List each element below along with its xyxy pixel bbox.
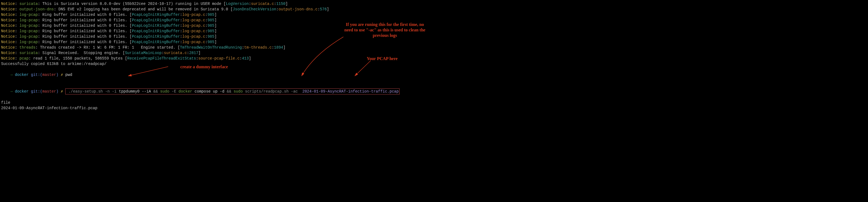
log-line: Notice: log-pcap: Ring buffer initialize… xyxy=(0,23,401,28)
log-line: Notice: log-pcap: Ring buffer initialize… xyxy=(0,18,401,23)
log-line: Notice: suricata: This is Suricata versi… xyxy=(0,1,401,6)
cmd-segment: 2024-01-09-AsyncRAT-infection-traffic.pc… xyxy=(303,89,399,94)
cmd-segment: ./easy-setup.sh -n -i xyxy=(66,89,119,94)
cmd-segment: sudo xyxy=(160,89,169,94)
prompt-git-close: ) xyxy=(56,73,58,77)
prompt-branch: master xyxy=(42,89,56,94)
log-line: Notice: threads: Threads created -> RX: … xyxy=(0,45,401,50)
terminal-output: Notice: suricata: This is Suricata versi… xyxy=(0,0,401,111)
prompt-dirty-icon: ✗ xyxy=(61,89,63,94)
highlighted-command[interactable]: ./easy-setup.sh -n -i tppdummy0 --iA && … xyxy=(65,88,399,94)
prompt-dir: docker xyxy=(15,89,28,94)
log-line: Notice: log-pcap: Ring buffer initialize… xyxy=(0,34,401,39)
prompt-cmd: pwd xyxy=(65,73,72,77)
prompt-line-2[interactable]: → docker git:(master) ✗ ./easy-setup.sh … xyxy=(0,83,401,100)
prompt-git-open: git:( xyxy=(31,89,42,94)
log-line: Notice: pcap: read 1 file, 1550 packets,… xyxy=(0,56,401,61)
prompt-git-open: git:( xyxy=(31,73,42,77)
prompt-arrow: → xyxy=(10,73,12,77)
prompt-dir: docker xyxy=(15,73,28,77)
prompt-git-close: ) xyxy=(56,89,58,94)
log-line: Notice: log-pcap: Ring buffer initialize… xyxy=(0,28,401,34)
annotation-dummy-interface: create a dummy interface xyxy=(169,64,240,69)
prompt-branch: master xyxy=(42,73,56,77)
cmd-segment: compose up -d xyxy=(192,89,226,94)
log-line: Notice: log-pcap: Ring buffer initialize… xyxy=(0,12,401,18)
cmd-segment: -E xyxy=(169,89,179,94)
annotation-first-time: If you are runing this for the first tim… xyxy=(344,22,426,38)
prompt-arrow: → xyxy=(10,89,12,94)
output-line: file xyxy=(0,100,401,105)
log-line: Notice: suricata: Signal Received. Stopp… xyxy=(0,50,401,56)
cmd-segment: docker xyxy=(179,89,192,94)
cmd-segment: scripts/readpcap.sh -ac xyxy=(243,89,302,94)
cmd-segment: && xyxy=(153,89,160,94)
cmd-segment: sudo xyxy=(234,89,243,94)
annotation-pcap-here: Your PCAP here xyxy=(358,56,407,61)
cmd-segment: tppdummy0 --iA xyxy=(119,89,153,94)
output-line: 2024-01-09-AsyncRAT-infection-traffic.pc… xyxy=(0,105,401,111)
cmd-segment: && xyxy=(227,89,234,94)
prompt-dirty-icon: ✗ xyxy=(61,73,63,77)
log-line: Notice: log-pcap: Ring buffer initialize… xyxy=(0,39,401,45)
log-line: Notice: output-json-dns: DNS EVE v2 logg… xyxy=(0,6,401,12)
